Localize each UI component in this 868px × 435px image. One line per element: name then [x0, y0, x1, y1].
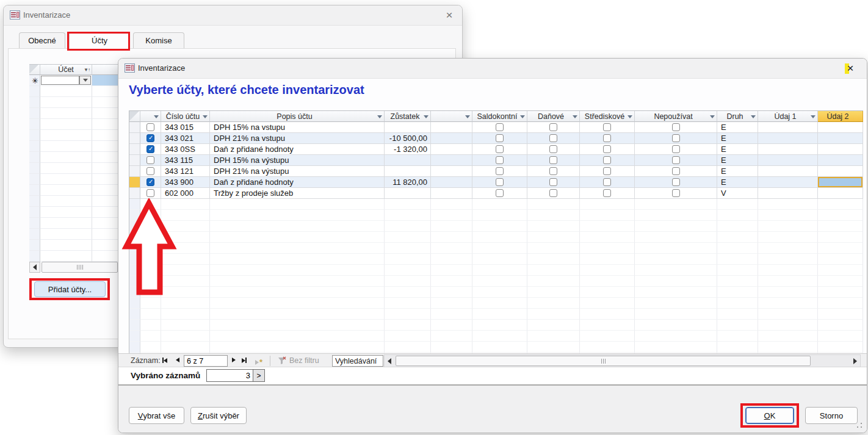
empty-grid-cell[interactable]: [385, 243, 431, 254]
cell-udaj2[interactable]: [818, 144, 863, 155]
empty-grid-cell[interactable]: [758, 265, 818, 276]
empty-grid-cell[interactable]: [210, 298, 385, 309]
checkbox-unchecked[interactable]: [603, 167, 611, 175]
cell-account-number[interactable]: 343 021: [161, 133, 210, 144]
mini-grid-corner[interactable]: [29, 64, 40, 75]
empty-grid-cell[interactable]: [385, 265, 431, 276]
cell-saldokontni[interactable]: [472, 144, 527, 155]
empty-grid-cell[interactable]: [635, 199, 717, 210]
cell-account-description[interactable]: DPH 21% na vstupu: [210, 133, 385, 144]
checkbox-unchecked[interactable]: [549, 123, 557, 131]
checkbox-unchecked[interactable]: [603, 123, 611, 131]
cell-blank[interactable]: [431, 166, 472, 177]
cell-saldokontni[interactable]: [472, 133, 527, 144]
cell-strediskove[interactable]: [580, 177, 635, 188]
cell-danove[interactable]: [527, 122, 580, 133]
empty-grid-cell[interactable]: [210, 331, 385, 342]
empty-grid-cell[interactable]: [758, 232, 818, 243]
cell-strediskove[interactable]: [580, 188, 635, 199]
mini-empty-cell[interactable]: [29, 108, 40, 119]
empty-grid-cell[interactable]: [580, 276, 635, 287]
cell-blank[interactable]: [431, 133, 472, 144]
empty-grid-cell[interactable]: [385, 342, 431, 353]
cell-druh[interactable]: V: [717, 188, 758, 199]
cell-udaj1[interactable]: [758, 155, 818, 166]
empty-grid-cell[interactable]: [818, 210, 863, 221]
checkbox-unchecked[interactable]: [496, 189, 504, 197]
cell-strediskove[interactable]: [580, 144, 635, 155]
empty-grid-cell[interactable]: [210, 287, 385, 298]
empty-grid-cell[interactable]: [717, 331, 758, 342]
row-selector[interactable]: [129, 122, 140, 133]
close-icon[interactable]: ×: [844, 60, 857, 76]
checkbox-unchecked[interactable]: [672, 189, 680, 197]
filter-dropdown-icon[interactable]: [573, 115, 577, 118]
empty-grid-cell[interactable]: [717, 199, 758, 210]
empty-grid-cell[interactable]: [431, 265, 472, 276]
filter-dropdown-icon[interactable]: [377, 115, 382, 118]
checkbox-unchecked[interactable]: [672, 145, 680, 153]
empty-grid-cell[interactable]: [385, 309, 431, 320]
cell-danove[interactable]: [527, 155, 580, 166]
cell-saldokontni[interactable]: [472, 155, 527, 166]
checkbox-unchecked[interactable]: [549, 156, 557, 164]
tab-obecne[interactable]: Obecné: [19, 32, 65, 49]
row-selector[interactable]: [129, 155, 140, 166]
empty-grid-cell[interactable]: [635, 276, 717, 287]
checkbox-unchecked[interactable]: [549, 145, 557, 153]
row-checkbox-cell[interactable]: [140, 144, 161, 155]
empty-grid-cell[interactable]: [580, 265, 635, 276]
empty-grid-cell[interactable]: [717, 320, 758, 331]
filter-dropdown-icon[interactable]: [424, 115, 429, 118]
empty-grid-cell[interactable]: [758, 287, 818, 298]
cell-nepouzivat[interactable]: [635, 188, 717, 199]
mini-empty-cell[interactable]: [29, 196, 40, 207]
background-window-titlebar[interactable]: Inventarizace ×: [4, 5, 462, 26]
row-selector[interactable]: [129, 177, 140, 188]
cell-account-number[interactable]: 602 000: [161, 188, 210, 199]
column-header-daňové[interactable]: Daňové: [527, 111, 580, 122]
column-header-nepoužívat[interactable]: Nepoužívat: [635, 111, 717, 122]
row-checkbox-cell[interactable]: [140, 177, 161, 188]
column-header-údaj-1[interactable]: Údaj 1: [758, 111, 818, 122]
empty-grid-cell[interactable]: [472, 265, 527, 276]
cell-nepouzivat[interactable]: [635, 122, 717, 133]
empty-grid-cell[interactable]: [161, 331, 210, 342]
empty-grid-cell[interactable]: [717, 342, 758, 353]
mini-column-header-ucet[interactable]: Účet ▼↑: [40, 64, 92, 75]
empty-grid-cell[interactable]: [129, 331, 140, 342]
empty-grid-cell[interactable]: [527, 199, 580, 210]
empty-grid-cell[interactable]: [580, 342, 635, 353]
empty-grid-cell[interactable]: [472, 221, 527, 232]
empty-grid-cell[interactable]: [580, 210, 635, 221]
cell-account-number[interactable]: 343 115: [161, 155, 210, 166]
mini-empty-cell[interactable]: [29, 152, 40, 163]
empty-grid-cell[interactable]: [580, 287, 635, 298]
mini-empty-cell[interactable]: [40, 218, 92, 229]
cell-nepouzivat[interactable]: [635, 144, 717, 155]
cell-udaj2[interactable]: [818, 166, 863, 177]
cell-strediskove[interactable]: [580, 166, 635, 177]
empty-grid-cell[interactable]: [818, 342, 863, 353]
empty-grid-cell[interactable]: [140, 331, 161, 342]
cell-blank[interactable]: [431, 144, 472, 155]
empty-grid-cell[interactable]: [635, 331, 717, 342]
empty-grid-cell[interactable]: [580, 331, 635, 342]
empty-grid-cell[interactable]: [385, 276, 431, 287]
column-header-údaj-2[interactable]: Údaj 2: [818, 111, 863, 122]
cell-danove[interactable]: [527, 133, 580, 144]
empty-grid-cell[interactable]: [210, 342, 385, 353]
mini-empty-cell[interactable]: [40, 119, 92, 130]
mini-empty-cell[interactable]: [29, 251, 40, 262]
empty-grid-cell[interactable]: [385, 254, 431, 265]
mini-empty-cell[interactable]: [29, 141, 40, 152]
column-header-druh[interactable]: Druh: [717, 111, 758, 122]
empty-grid-cell[interactable]: [472, 254, 527, 265]
empty-grid-cell[interactable]: [431, 320, 472, 331]
empty-grid-cell[interactable]: [580, 199, 635, 210]
cell-udaj2[interactable]: [818, 155, 863, 166]
column-header-střediskové[interactable]: Střediskové: [580, 111, 635, 122]
mini-empty-cell[interactable]: [40, 229, 92, 240]
cell-strediskove[interactable]: [580, 133, 635, 144]
mini-empty-cell[interactable]: [29, 163, 40, 174]
